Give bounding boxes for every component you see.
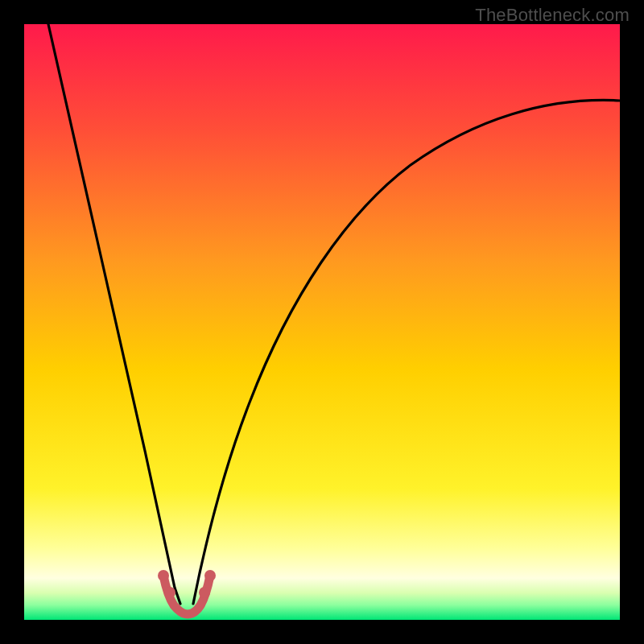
chart-svg <box>24 24 620 620</box>
marker-dot <box>204 570 216 581</box>
marker-dot <box>164 587 175 598</box>
marker-dot <box>199 587 210 598</box>
watermark-text: TheBottleneck.com <box>475 5 630 26</box>
gradient-background <box>24 24 620 620</box>
chart-frame: { "watermark": "TheBottleneck.com", "col… <box>0 0 644 644</box>
bottleneck-chart <box>24 24 620 620</box>
marker-dot <box>158 570 169 581</box>
